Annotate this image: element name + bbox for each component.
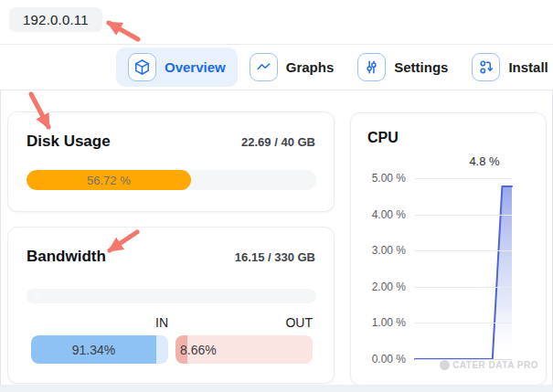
bandwidth-usage-value: 16.15 / 330 GB	[235, 250, 315, 264]
tab-settings[interactable]: Settings	[346, 48, 460, 87]
cpu-gridline	[415, 287, 512, 288]
page-bottom-strip	[0, 385, 553, 392]
cpu-ytick: 0.00 %	[351, 353, 406, 366]
tab-install-label: Install	[508, 59, 548, 75]
cpu-chart	[415, 178, 512, 361]
watermark-logo-icon	[440, 360, 450, 370]
tab-bar: Overview Graphs	[0, 45, 553, 90]
cpu-gridline	[415, 250, 512, 251]
cube-icon	[128, 53, 156, 81]
cpu-ytick: 3.00 %	[351, 244, 406, 257]
bandwidth-out-label: OUT	[175, 315, 313, 330]
cpu-card: CPU 4.8 % CATER DATA PRO 5.00 %4.00 %3.0…	[350, 112, 547, 386]
tab-graphs-label: Graphs	[286, 59, 335, 75]
disk-progress-fill: 56.72 %	[27, 170, 191, 190]
tab-overview-label: Overview	[165, 59, 226, 75]
cpu-gridline	[415, 215, 512, 216]
cpu-ytick: 5.00 %	[351, 172, 406, 185]
cpu-gridline	[415, 359, 512, 360]
cpu-ytick: 2.00 %	[351, 281, 406, 293]
disk-usage-value: 22.69 / 40 GB	[241, 135, 315, 149]
header: 192.0.0.11	[0, 0, 553, 45]
watermark: CATER DATA PRO	[440, 360, 538, 370]
cpu-current-value: 4.8 %	[448, 154, 521, 168]
chart-line-icon	[250, 53, 278, 81]
watermark-text: CATER DATA PRO	[452, 360, 538, 370]
server-ip-chip: 192.0.0.11	[9, 7, 102, 32]
cpu-ytick: 4.00 %	[351, 208, 406, 221]
bandwidth-in-bar: 91.34%	[31, 335, 168, 364]
bandwidth-in-percent: 91.34%	[72, 343, 115, 357]
bandwidth-track-label: 0	[27, 291, 39, 302]
sliders-icon	[357, 53, 386, 81]
bandwidth-card: Bandwidth 16.15 / 330 GB 0 IN OUT 91.34%…	[7, 227, 335, 384]
bandwidth-in-fill: 91.34%	[31, 335, 156, 364]
cpu-gridline	[415, 323, 512, 323]
cpu-ytick: 1.00 %	[351, 316, 406, 329]
cpu-gridline	[415, 178, 512, 179]
tab-graphs[interactable]: Graphs	[238, 48, 346, 87]
disk-usage-card: Disk Usage 22.69 / 40 GB 56.72 %	[7, 111, 335, 212]
server-dashboard: 192.0.0.11 Overview	[0, 0, 553, 392]
disk-percent-label: 56.72 %	[87, 174, 131, 187]
bandwidth-in-label: IN	[31, 315, 168, 330]
tab-install[interactable]: Install	[460, 48, 553, 87]
tab-settings-label: Settings	[394, 59, 448, 75]
bandwidth-total-track: 0	[27, 289, 316, 303]
tab-overview[interactable]: Overview	[116, 48, 238, 87]
disk-usage-title: Disk Usage	[27, 132, 111, 151]
bandwidth-out-percent: 8.66%	[180, 335, 217, 364]
tabs: Overview Graphs	[116, 48, 553, 87]
bandwidth-title: Bandwidth	[27, 248, 106, 266]
install-icon	[472, 53, 500, 81]
disk-progress-track: 56.72 %	[27, 170, 316, 190]
cpu-title: CPU	[367, 130, 399, 146]
bandwidth-out-bar: 8.66%	[175, 335, 313, 364]
